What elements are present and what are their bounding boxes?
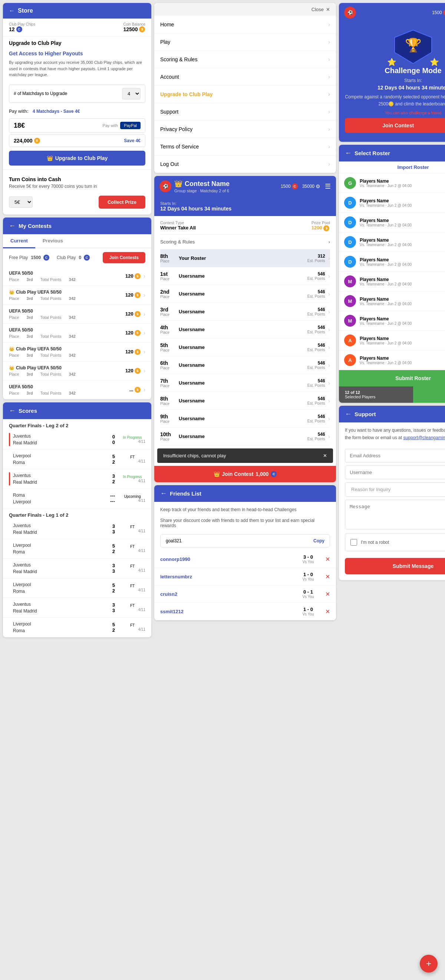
submit-message-button[interactable]: Submit Message <box>345 558 445 574</box>
leaderboard-row[interactable]: 3rd Place Usersname 546 Est. Points › <box>160 303 330 321</box>
recaptcha-checkbox[interactable] <box>350 539 357 546</box>
score-time: 4/11 <box>119 498 146 503</box>
roster-player-item[interactable]: M Players Name Vs. Teamname · Jun 2 @ 04… <box>339 291 445 311</box>
friend-name[interactable]: lettersnumbrz <box>160 574 294 579</box>
friend-name[interactable]: cruisn2 <box>160 591 294 597</box>
leaderboard-row[interactable]: 7th Place Usersname 546 Est. Points › <box>160 374 330 392</box>
scoring-rules-link[interactable]: Scoring & Rules › <box>160 235 330 250</box>
friend-remove-icon[interactable]: ✕ <box>325 556 330 563</box>
lb-chevron-icon: › <box>328 291 330 298</box>
contest-list-item[interactable]: UEFA 50/50 Place 3rd Total Points 342 12… <box>3 267 151 286</box>
crown-icon-join: 👑 <box>214 471 220 477</box>
nav-item-log-out[interactable]: Log Out› <box>154 156 336 173</box>
win-amount: 120 <box>125 368 133 374</box>
place-value: 3rd <box>27 391 33 395</box>
roster-player-item[interactable]: M Players Name Vs. Teamname · Jun 2 @ 04… <box>339 272 445 291</box>
scores-back-icon[interactable]: ← <box>9 407 16 415</box>
nav-chevron-icon: › <box>328 91 330 98</box>
back-arrow-icon[interactable]: ← <box>9 8 15 14</box>
username-input[interactable] <box>345 466 445 479</box>
friends-back-icon[interactable]: ← <box>160 490 167 498</box>
join-contests-button[interactable]: Join Contests <box>103 252 146 263</box>
collect-amount-select[interactable]: 5€10€15€ <box>9 196 33 208</box>
nav-item-upgrade-to-club-play[interactable]: Upgrade to Club Play› <box>154 86 336 103</box>
email-input[interactable] <box>345 449 445 463</box>
nav-item-play[interactable]: Play› <box>154 33 336 51</box>
leaderboard-row[interactable]: 8th Place Usersname 546 Est. Points › <box>160 392 330 410</box>
join-contest-button[interactable]: Join Contest <box>345 118 445 133</box>
contest-list-item[interactable]: UEFA 50/50 Place 3rd Total Points 342 12… <box>3 305 151 324</box>
nav-item-support[interactable]: Support› <box>154 103 336 121</box>
roster-back-icon[interactable]: ← <box>345 149 352 157</box>
pay-with-text: Pay with <box>103 123 118 128</box>
your-roster-row[interactable]: 8th Place Your Roster 312 Est. Points › <box>160 250 330 267</box>
leaderboard-row[interactable]: 9th Place Usersname 546 Est. Points › <box>160 410 330 428</box>
reason-select[interactable]: Reason for Inquiry Technical Issue Billi… <box>345 482 445 497</box>
message-textarea[interactable] <box>345 500 445 529</box>
contest-list-item[interactable]: 👑 Club Play UEFA 50/50 Place 3rd Total P… <box>3 361 151 380</box>
close-icon[interactable]: ✕ <box>326 7 330 12</box>
leaderboard-row[interactable]: 4th Place Usersname 546 Est. Points › <box>160 321 330 339</box>
nav-item-account[interactable]: Account› <box>154 68 336 86</box>
leaderboard-row[interactable]: 5th Place Usersname 546 Est. Points › <box>160 339 330 356</box>
nav-item-home[interactable]: Home› <box>154 16 336 33</box>
score-team2: Real Madrid <box>13 479 108 485</box>
roster-player-item[interactable]: D Players Name Vs. Teamname · Jun 2 @ 04… <box>339 213 445 232</box>
roster-player-item[interactable]: A Players Name Vs. Teamname · Jun 2 @ 04… <box>339 350 445 370</box>
player-vs: Vs. Teamname · Jun 2 @ 04:00 <box>360 204 445 207</box>
score-team1: Juventus <box>13 562 108 568</box>
leaderboard-row[interactable]: 2nd Place Usersname 546 Est. Points › <box>160 285 330 303</box>
matchdays-select[interactable]: 4123 <box>122 88 141 100</box>
score-time: 4/11 <box>119 568 146 573</box>
score-bar <box>9 472 10 485</box>
insufficient-close-icon[interactable]: ✕ <box>323 453 327 458</box>
contest-list-item[interactable]: 👑 Club Play UEFA 50/50 Place 3rd Total P… <box>3 286 151 305</box>
tab-previous[interactable]: Previous <box>35 234 70 248</box>
roster-player-item[interactable]: G Players Name Vs. Teamname · Jun 2 @ 04… <box>339 173 445 193</box>
contest-menu-icon[interactable]: ☰ <box>325 182 331 191</box>
submit-roster-button[interactable]: Submit Roster <box>339 370 445 387</box>
friend-remove-icon[interactable]: ✕ <box>325 590 330 598</box>
roster-player-item[interactable]: D Players Name Vs. Teamname · Jun 2 @ 04… <box>339 232 445 252</box>
contests-back-icon[interactable]: ← <box>9 222 16 230</box>
lb-chevron-icon: › <box>328 362 330 369</box>
paypal-button[interactable]: PayPal <box>120 122 141 129</box>
friend-name[interactable]: ssmit1212 <box>160 609 294 614</box>
join-contest-bottom-bar[interactable]: 👑 Join Contest 1,000 C <box>154 466 336 482</box>
tab-current[interactable]: Current <box>3 234 35 248</box>
leaderboard-row[interactable]: 10th Place Usersname 546 Est. Points › <box>160 428 330 445</box>
score-team1: Roma <box>13 492 106 498</box>
insufficient-msg: Insufficient chips, cannot play <box>163 453 226 458</box>
contest-chip-red: C <box>292 183 298 189</box>
friend-remove-icon[interactable]: ✕ <box>325 608 330 615</box>
contest-list-item[interactable]: UEFA 50/50 Place 3rd Total Points 342 12… <box>3 324 151 343</box>
lb-pts: 546 Est. Points <box>307 271 328 281</box>
copy-button[interactable]: Copy <box>314 538 325 544</box>
leaderboard-row[interactable]: 6th Place Usersname 546 Est. Points › <box>160 356 330 374</box>
selected-count: 12 of 12 <box>345 390 407 395</box>
prize-coin-icon: $ <box>323 225 329 231</box>
roster-player-item[interactable]: D Players Name Vs. Teamname · Jun 2 @ 04… <box>339 252 445 272</box>
support-email-link[interactable]: support@cleangaming.co.uk <box>403 435 445 440</box>
contest-list-item[interactable]: 👑 Club Play UEFA 50/50 Place 3rd Total P… <box>3 343 151 361</box>
roster-player-item[interactable]: D Players Name Vs. Teamname · Jun 2 @ 04… <box>339 193 445 213</box>
nav-chevron-icon: › <box>328 161 330 167</box>
challenge-friend-link[interactable]: friend <box>431 111 442 115</box>
friend-name[interactable]: connorp1990 <box>160 557 294 562</box>
support-back-icon[interactable]: ← <box>345 410 352 418</box>
score-time: 4/11 <box>119 627 146 632</box>
roster-player-item[interactable]: A Players Name Vs. Teamname · Jun 2 @ 04… <box>339 331 445 350</box>
roster-player-item[interactable]: M Players Name Vs. Teamname · Jun 2 @ 04… <box>339 311 445 331</box>
nav-item-terms-of-service[interactable]: Terms of Service› <box>154 138 336 156</box>
friend-score: 1 - 0 <box>297 572 319 577</box>
collect-prize-button[interactable]: Collect Prize <box>99 196 146 208</box>
nav-item-privacy-policy[interactable]: Privacy Policy› <box>154 121 336 138</box>
player-avatar: M <box>344 315 356 327</box>
nav-item-scoring-&-rules[interactable]: Scoring & Rules› <box>154 51 336 68</box>
friend-remove-icon[interactable]: ✕ <box>325 573 330 580</box>
nav-chevron-icon: › <box>328 56 330 63</box>
leaderboard-row[interactable]: 1st Place Usersname 546 Est. Points › <box>160 267 330 285</box>
upgrade-club-play-button[interactable]: 👑 Upgrade to Club Play <box>9 151 146 165</box>
contest-list-item[interactable]: UEFA 50/50 Place 3rd Total Points 342 ..… <box>3 380 151 399</box>
import-roster-button[interactable]: Import Roster <box>339 161 445 173</box>
